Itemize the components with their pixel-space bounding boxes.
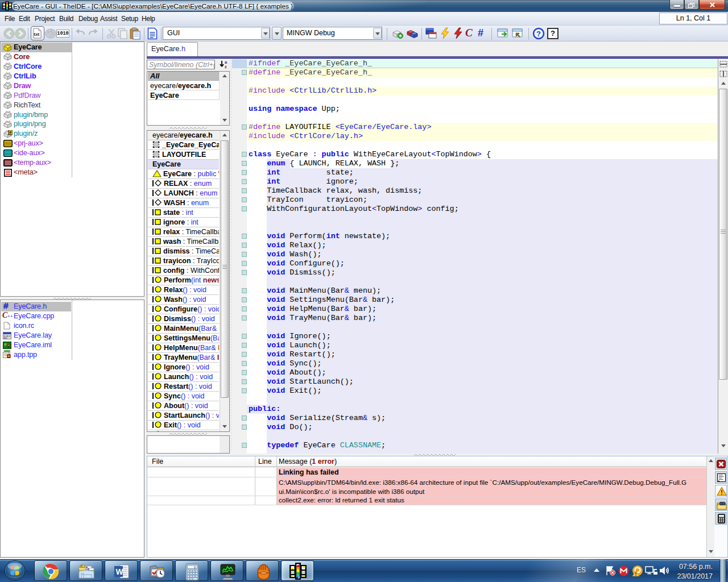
svg-text:z: z xyxy=(225,64,227,69)
svg-text:F: F xyxy=(10,131,13,135)
svg-text:0: 0 xyxy=(194,566,196,569)
svg-text:?: ? xyxy=(536,30,541,38)
svg-text:txt: txt xyxy=(34,32,40,37)
svg-text:W: W xyxy=(116,567,124,576)
